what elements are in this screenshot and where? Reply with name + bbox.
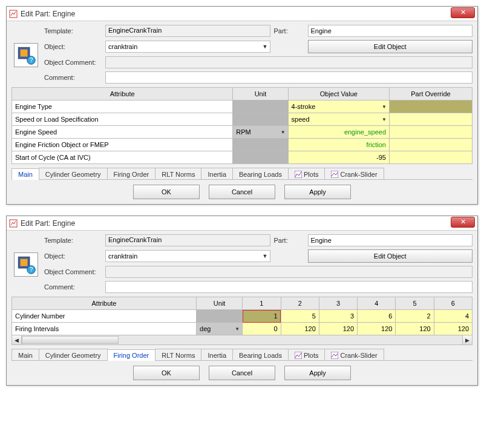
unit-cell[interactable]: deg▼ (197, 323, 243, 335)
unit-cell[interactable] (197, 310, 243, 323)
override-cell[interactable] (390, 139, 473, 151)
tab-inertia[interactable]: Inertia (201, 168, 233, 179)
titlebar[interactable]: Edit Part: Engine ✕ (7, 216, 477, 231)
value-cell[interactable]: 5 (281, 310, 319, 323)
window-title: Edit Part: Engine (21, 10, 75, 18)
object-comment-label: Object Comment: (44, 59, 102, 66)
tab-firing-order[interactable]: Firing Order (107, 349, 156, 361)
col-attribute: Attribute (12, 88, 233, 100)
ok-button[interactable]: OK (133, 185, 200, 199)
comment-input[interactable] (105, 71, 473, 84)
part-help-icon[interactable]: ? (14, 43, 38, 67)
cancel-button[interactable]: Cancel (209, 366, 275, 380)
value-cell[interactable]: 120 (358, 323, 396, 335)
col-unit: Unit (233, 88, 288, 100)
col-unit: Unit (197, 297, 243, 310)
part-input[interactable] (308, 25, 473, 37)
object-select[interactable]: cranktrain (105, 41, 270, 53)
svg-rect-5 (295, 171, 302, 178)
svg-rect-12 (295, 352, 302, 359)
value-cell[interactable]: 6 (358, 310, 396, 323)
svg-rect-13 (331, 352, 338, 359)
value-cell[interactable]: 0 (243, 323, 281, 335)
value-cell[interactable]: 120 (434, 323, 472, 335)
value-cell[interactable]: engine_speed (288, 126, 389, 139)
edit-object-button[interactable]: Edit Object (308, 249, 473, 263)
svg-rect-2 (21, 50, 28, 57)
value-cell[interactable]: 4 (434, 310, 472, 323)
tab-crank-slider[interactable]: Crank-Slider (324, 349, 384, 360)
firing-order-grid: Attribute Unit 1 2 3 4 5 6 Cylinder Numb… (11, 297, 473, 335)
ok-button[interactable]: OK (133, 366, 200, 380)
attr-cell: Engine Speed (12, 126, 233, 139)
window-title: Edit Part: Engine (21, 219, 75, 228)
value-cell[interactable]: 4-stroke▼ (288, 100, 389, 113)
unit-cell[interactable] (233, 113, 288, 126)
scroll-right-button[interactable]: ▶ (462, 335, 472, 344)
unit-cell[interactable] (233, 151, 288, 164)
attr-cell: Engine Type (12, 100, 233, 113)
tab-rlt-norms[interactable]: RLT Norms (155, 349, 201, 360)
value-cell[interactable]: 120 (319, 323, 357, 335)
close-button[interactable]: ✕ (451, 7, 475, 18)
object-label: Object: (44, 252, 102, 260)
object-select[interactable]: cranktrain (105, 250, 270, 262)
tab-plots[interactable]: Plots (288, 349, 325, 360)
tab-firing-order[interactable]: Firing Order (107, 168, 156, 179)
template-field: EngineCrankTrain (105, 234, 270, 246)
tab-crank-slider[interactable]: Crank-Slider (324, 168, 384, 179)
close-button[interactable]: ✕ (451, 217, 475, 228)
crank-slider-icon (331, 352, 338, 359)
unit-cell[interactable]: RPM▼ (233, 126, 288, 139)
col-4: 4 (358, 297, 396, 310)
value-cell[interactable]: 2 (396, 310, 434, 323)
horizontal-scrollbar[interactable]: ◀ ▶ (11, 335, 473, 345)
template-label: Template: (44, 237, 102, 244)
tab-main[interactable]: Main (11, 168, 39, 180)
override-cell[interactable] (390, 126, 473, 139)
unit-cell[interactable] (233, 100, 288, 113)
unit-cell[interactable] (233, 139, 288, 151)
svg-rect-6 (331, 171, 338, 178)
tab-inertia[interactable]: Inertia (201, 349, 233, 360)
edit-object-button[interactable]: Edit Object (308, 40, 473, 53)
value-cell[interactable]: speed▼ (288, 113, 389, 126)
edit-part-dialog-main: Edit Part: Engine ✕ ? Template: EngineCr… (6, 6, 478, 205)
part-input[interactable] (308, 234, 473, 246)
svg-text:?: ? (30, 266, 33, 273)
apply-button[interactable]: Apply (284, 366, 351, 380)
override-cell[interactable] (390, 100, 473, 113)
table-row: Speed or Load Specification speed▼ (12, 113, 473, 126)
override-cell[interactable] (390, 113, 473, 126)
scroll-left-button[interactable]: ◀ (12, 335, 22, 344)
table-row: Firing Intervals deg▼ 0 120 120 120 120 … (12, 323, 473, 335)
value-cell[interactable]: friction (288, 139, 389, 151)
value-cell[interactable]: 3 (319, 310, 357, 323)
tab-bearing-loads[interactable]: Bearing Loads (232, 168, 289, 179)
object-comment-label: Object Comment: (44, 268, 102, 275)
attr-cell: Engine Friction Object or FMEP (12, 139, 233, 151)
table-row: Engine Type 4-stroke▼ (12, 100, 473, 113)
scroll-thumb[interactable] (22, 336, 119, 344)
col-attribute: Attribute (12, 297, 197, 310)
comment-input[interactable] (105, 281, 473, 293)
tab-cylinder-geometry[interactable]: Cylinder Geometry (39, 168, 108, 179)
col-object-value: Object Value (288, 88, 389, 100)
value-cell[interactable]: 120 (281, 323, 319, 335)
value-cell[interactable]: -95 (288, 151, 389, 164)
titlebar[interactable]: Edit Part: Engine ✕ (7, 7, 477, 21)
attr-cell: Speed or Load Specification (12, 113, 233, 126)
app-icon (9, 10, 18, 18)
tab-bearing-loads[interactable]: Bearing Loads (232, 349, 289, 360)
value-cell[interactable]: 1 (243, 310, 281, 323)
tab-main[interactable]: Main (11, 349, 39, 360)
tab-rlt-norms[interactable]: RLT Norms (155, 168, 201, 179)
part-help-icon[interactable]: ? (14, 252, 38, 277)
part-label: Part: (274, 27, 304, 35)
value-cell[interactable]: 120 (396, 323, 434, 335)
tab-plots[interactable]: Plots (288, 168, 325, 179)
override-cell[interactable] (390, 151, 473, 164)
tab-cylinder-geometry[interactable]: Cylinder Geometry (39, 349, 108, 360)
cancel-button[interactable]: Cancel (209, 185, 275, 199)
apply-button[interactable]: Apply (284, 185, 351, 199)
